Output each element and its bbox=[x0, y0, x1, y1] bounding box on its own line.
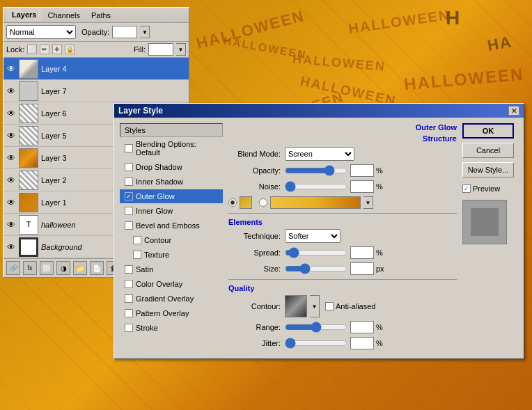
eye-icon-layer1[interactable]: 👁 bbox=[5, 196, 17, 209]
style-item-inner-glow[interactable]: Inner Glow bbox=[120, 204, 223, 218]
tab-paths[interactable]: Paths bbox=[86, 10, 116, 21]
lock-position-icon[interactable]: ✛ bbox=[52, 45, 62, 54]
style-cb-blending[interactable] bbox=[125, 144, 133, 152]
cancel-button[interactable]: Cancel bbox=[462, 143, 514, 158]
divider-elements bbox=[228, 213, 457, 214]
style-cb-color-overlay[interactable] bbox=[125, 280, 133, 288]
opacity-arrow[interactable]: ▼ bbox=[140, 26, 150, 38]
size-number[interactable]: 70 bbox=[350, 262, 374, 275]
size-slider[interactable] bbox=[285, 264, 347, 274]
gradient-arrow[interactable]: ▼ bbox=[363, 196, 373, 209]
range-number[interactable]: 50 bbox=[350, 321, 374, 333]
spread-slider[interactable] bbox=[285, 248, 347, 258]
new-style-button[interactable]: New Style... bbox=[462, 162, 514, 178]
style-item-contour[interactable]: Contour bbox=[120, 233, 223, 247]
glow-color-swatch[interactable] bbox=[240, 196, 252, 209]
eye-icon-layer5[interactable]: 👁 bbox=[5, 129, 17, 142]
style-cb-inner-shadow[interactable] bbox=[125, 178, 133, 186]
lock-transparent-icon[interactable]: ⬜ bbox=[27, 45, 37, 54]
eye-icon-layer6[interactable]: 👁 bbox=[5, 107, 17, 120]
lock-all-icon[interactable]: 🔒 bbox=[65, 45, 75, 54]
solid-color-radio[interactable] bbox=[228, 198, 237, 207]
dialog-title: Layer Style bbox=[118, 106, 163, 116]
style-item-satin[interactable]: Satin bbox=[120, 262, 223, 276]
opacity-number[interactable]: 75 bbox=[350, 164, 374, 177]
opacity-slider[interactable] bbox=[285, 166, 347, 175]
layer-thumb-layer1 bbox=[19, 193, 38, 212]
blend-mode-select[interactable]: Normal bbox=[6, 25, 76, 39]
add-mask-icon[interactable]: ⬜ bbox=[40, 261, 54, 275]
dialog-titlebar: Layer Style ✕ bbox=[114, 104, 524, 118]
eye-icon-background[interactable]: 👁 bbox=[5, 241, 17, 253]
layer-style-dialog: Layer Style ✕ Styles Blending Options: D… bbox=[114, 103, 524, 359]
tab-channels[interactable]: Channels bbox=[42, 10, 85, 21]
layer-thumb-layer5 bbox=[19, 126, 38, 145]
style-item-outer-glow[interactable]: ✓ Outer Glow bbox=[120, 189, 223, 203]
ok-button[interactable]: OK bbox=[462, 123, 514, 139]
eye-icon-layer2[interactable]: 👁 bbox=[5, 174, 17, 187]
style-label-inner-shadow: Inner Shadow bbox=[136, 178, 183, 186]
style-label-drop-shadow: Drop Shadow bbox=[136, 163, 182, 171]
opacity-input[interactable]: 100% bbox=[112, 26, 137, 38]
style-item-gradient-overlay[interactable]: Gradient Overlay bbox=[120, 292, 223, 306]
link-layers-icon[interactable]: 🔗 bbox=[6, 261, 20, 275]
gradient-radio[interactable] bbox=[259, 198, 267, 207]
style-cb-pattern-overlay[interactable] bbox=[125, 309, 133, 317]
eye-icon-layer7[interactable]: 👁 bbox=[5, 85, 17, 97]
noise-number[interactable]: 0 bbox=[350, 180, 374, 193]
anti-alias-checkbox[interactable] bbox=[325, 302, 334, 310]
style-item-stroke[interactable]: Stroke bbox=[120, 321, 223, 335]
style-cb-stroke[interactable] bbox=[125, 324, 133, 332]
blend-mode-form-label: Blend Mode: bbox=[228, 150, 281, 158]
style-item-pattern-overlay[interactable]: Pattern Overlay bbox=[120, 306, 223, 320]
blend-mode-form-select[interactable]: Screen Normal Multiply bbox=[285, 147, 354, 161]
style-cb-bevel-emboss[interactable] bbox=[125, 221, 133, 230]
eye-icon-layer3[interactable]: 👁 bbox=[5, 152, 17, 164]
style-item-texture[interactable]: Texture bbox=[120, 248, 223, 262]
style-item-drop-shadow[interactable]: Drop Shadow bbox=[120, 160, 223, 174]
dialog-close-button[interactable]: ✕ bbox=[508, 106, 519, 116]
lock-image-icon[interactable]: ✏ bbox=[40, 45, 49, 54]
layer-row-layer7[interactable]: 👁 Layer 7 bbox=[3, 80, 189, 102]
dialog-buttons-panel: OK Cancel New Style... ✓ Preview bbox=[462, 123, 518, 353]
style-cb-drop-shadow[interactable] bbox=[125, 163, 133, 171]
technique-select[interactable]: Softer Precise bbox=[285, 229, 341, 243]
fill-arrow[interactable]: ▼ bbox=[176, 43, 186, 56]
style-item-bevel-emboss[interactable]: Bevel and Emboss bbox=[120, 219, 223, 232]
spread-number[interactable]: 7 bbox=[350, 246, 374, 259]
contour-preview[interactable] bbox=[285, 295, 307, 317]
color-circle-row: ▼ bbox=[228, 196, 457, 209]
quality-title: Quality bbox=[228, 284, 457, 292]
layer-thumb-background bbox=[19, 237, 38, 257]
style-cb-contour[interactable] bbox=[133, 236, 141, 244]
style-cb-texture[interactable] bbox=[133, 251, 141, 259]
style-cb-outer-glow[interactable]: ✓ bbox=[125, 192, 133, 200]
fill-input[interactable]: 100% bbox=[148, 43, 173, 56]
gradient-bar[interactable] bbox=[270, 196, 361, 209]
tab-layers[interactable]: Layers bbox=[6, 9, 42, 21]
eye-icon-halloween[interactable]: 👁 bbox=[5, 219, 17, 231]
new-layer-icon[interactable]: 📄 bbox=[90, 261, 104, 275]
style-item-color-overlay[interactable]: Color Overlay bbox=[120, 277, 223, 291]
size-row: Size: 70 px bbox=[228, 262, 457, 275]
layer-row-layer4[interactable]: 👁 Layer 4 bbox=[3, 58, 189, 80]
jitter-number[interactable]: 0 bbox=[350, 337, 374, 349]
preview-checkbox-row[interactable]: ✓ Preview bbox=[462, 184, 518, 193]
elements-title: Elements bbox=[228, 218, 457, 226]
eye-icon-layer4[interactable]: 👁 bbox=[5, 63, 17, 75]
noise-slider[interactable] bbox=[285, 182, 347, 191]
jitter-slider[interactable] bbox=[285, 338, 347, 348]
contour-dropdown-arrow[interactable]: ▼ bbox=[310, 295, 320, 317]
preview-cb[interactable]: ✓ bbox=[462, 184, 471, 193]
style-item-blending[interactable]: Blending Options: Default bbox=[120, 137, 223, 159]
style-item-inner-shadow[interactable]: Inner Shadow bbox=[120, 175, 223, 189]
styles-header[interactable]: Styles bbox=[120, 123, 223, 137]
range-slider[interactable] bbox=[285, 322, 347, 332]
new-adjustment-icon[interactable]: ◑ bbox=[56, 261, 70, 275]
opacity-label: Opacity: bbox=[81, 28, 109, 36]
style-cb-inner-glow[interactable] bbox=[125, 207, 133, 215]
new-group-icon[interactable]: 📁 bbox=[73, 261, 87, 275]
style-cb-gradient-overlay[interactable] bbox=[125, 294, 133, 303]
fx-icon[interactable]: fx bbox=[23, 261, 37, 275]
style-cb-satin[interactable] bbox=[125, 265, 133, 274]
